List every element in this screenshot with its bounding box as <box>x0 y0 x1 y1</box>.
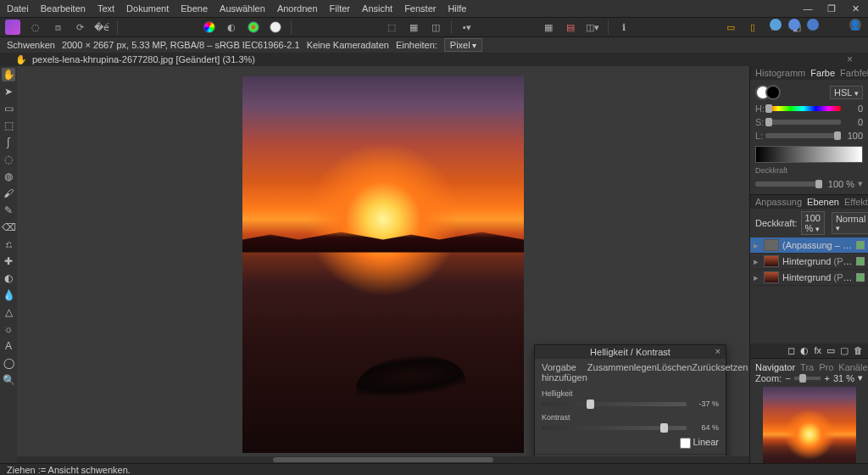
text-tool[interactable]: A <box>2 339 15 353</box>
zoom-in-icon[interactable]: + <box>824 373 829 383</box>
flood-tool[interactable]: ◌ <box>2 153 15 166</box>
sharpen-tool[interactable]: △ <box>2 305 15 319</box>
layer-group-icon[interactable]: ▭ <box>826 345 835 356</box>
context-units-dropdown[interactable]: Pixel ▾ <box>444 38 483 52</box>
account-icon[interactable]: 👤 <box>849 19 861 31</box>
linear-checkbox[interactable] <box>680 438 691 449</box>
layer-expand-icon[interactable]: ▸ <box>754 272 760 283</box>
heal-tool[interactable]: ✚ <box>2 254 15 268</box>
layer-blend-dropdown[interactable]: Normal ▾ <box>832 212 868 234</box>
window-restore[interactable]: ❐ <box>826 3 837 14</box>
crop-tool[interactable]: ▭ <box>2 102 15 115</box>
layer-row[interactable]: ▸Hintergrund (Pixel) <box>750 270 868 286</box>
contrast-slider[interactable] <box>542 426 687 430</box>
cube-icon[interactable]: ⧈ <box>51 20 64 34</box>
layer-visible-checkbox[interactable] <box>856 257 865 265</box>
persona-photo-icon[interactable] <box>770 19 782 31</box>
zoom-tool[interactable]: 🔍 <box>2 373 15 387</box>
align-icon[interactable]: ▯ <box>746 20 760 34</box>
dialog-titlebar[interactable]: Helligkeit / Kontrast × <box>535 345 726 359</box>
zoom-lock-icon[interactable]: ▾ <box>858 372 863 383</box>
hue-slider[interactable] <box>765 106 841 111</box>
marquee-tool[interactable]: ⬚ <box>2 119 15 132</box>
canvas-hscrollbar[interactable] <box>17 456 749 463</box>
dialog-reset[interactable]: Zurücksetzen <box>692 362 748 383</box>
quickmask-icon[interactable]: ▪▾ <box>460 20 474 34</box>
menu-ebene[interactable]: Ebene <box>181 3 208 14</box>
menu-ansicht[interactable]: Ansicht <box>362 3 392 14</box>
autocolor-icon[interactable] <box>247 20 260 34</box>
brush-tool[interactable]: 🖌 <box>2 187 15 200</box>
pencil-tool[interactable]: ✎ <box>2 204 15 217</box>
persona-liquify-icon[interactable] <box>788 19 800 31</box>
menu-dokument[interactable]: Dokument <box>126 3 169 14</box>
document-canvas[interactable] <box>242 76 524 453</box>
lasso-tool[interactable]: ʃ <box>2 136 15 149</box>
menu-datei[interactable]: Datei <box>7 3 29 14</box>
hand-tool[interactable]: ✋ <box>2 68 15 81</box>
layer-opacity-dropdown[interactable]: 100 % ▾ <box>801 211 825 235</box>
opacity-slider[interactable] <box>755 182 822 187</box>
dialog-add-preset[interactable]: Vorgabe hinzufügen <box>542 362 587 383</box>
tab-farbe[interactable]: Farbe <box>810 68 835 78</box>
tab-effekte[interactable]: Effekte <box>844 197 868 207</box>
document-tab[interactable]: pexels-lena-khrupina-2677280.jpg [Geände… <box>32 54 255 64</box>
snapping-icon[interactable]: ▦ <box>542 20 555 34</box>
menu-anordnen[interactable]: Anordnen <box>277 3 318 14</box>
eraser-tool[interactable]: ⌫ <box>2 221 15 234</box>
zoom-out-icon[interactable]: − <box>785 373 790 383</box>
tab-channels[interactable]: Kanäle <box>838 362 867 372</box>
document-tab-close[interactable]: × <box>847 53 853 65</box>
menu-filter[interactable]: Filter <box>330 3 350 14</box>
navigator-thumbnail[interactable] <box>763 387 856 475</box>
move-tool[interactable]: ➤ <box>2 85 15 98</box>
layer-delete-icon[interactable]: 🗑 <box>854 345 863 356</box>
menu-auswaehlen[interactable]: Auswählen <box>220 3 265 14</box>
autocontrast-icon[interactable]: ◐ <box>225 20 238 34</box>
zoom-slider[interactable] <box>794 377 821 380</box>
share-icon[interactable]: �ế <box>95 20 108 34</box>
lum-slider[interactable] <box>765 133 841 138</box>
gradient-tool[interactable]: ◍ <box>2 170 15 183</box>
layer-expand-icon[interactable]: ▸ <box>754 240 760 251</box>
window-close[interactable]: ✕ <box>849 3 861 14</box>
color-mode-dropdown[interactable]: HSL ▾ <box>830 86 863 99</box>
tab-ebenen[interactable]: Ebenen <box>807 197 839 207</box>
color-well-secondary[interactable] <box>765 85 781 100</box>
shape-tool[interactable]: ◯ <box>2 356 15 370</box>
tab-protocol[interactable]: Pro <box>819 362 833 372</box>
grid-icon[interactable]: ◫▾ <box>586 20 599 34</box>
dialog-close-icon[interactable]: × <box>715 346 721 356</box>
persona-develop-icon[interactable] <box>807 19 819 31</box>
layer-fx2-icon[interactable]: fx <box>814 345 821 356</box>
guides-icon[interactable]: ▤ <box>564 20 577 34</box>
brightness-slider[interactable] <box>542 402 687 406</box>
layer-expand-icon[interactable]: ▸ <box>754 256 760 267</box>
tab-farbfelder[interactable]: Farbfelder <box>840 68 868 78</box>
transform-icon[interactable]: ▦ <box>407 20 420 34</box>
tab-transform[interactable]: Tra <box>800 362 814 372</box>
layer-mask-icon[interactable]: ◻ <box>787 345 795 356</box>
opacity-lock-icon[interactable]: ▾ <box>858 178 863 189</box>
new-doc-icon[interactable]: ◌ <box>29 20 42 34</box>
assistant-icon[interactable]: ℹ <box>617 20 631 34</box>
patch-tool[interactable]: ◐ <box>2 271 15 285</box>
menu-hilfe[interactable]: Hilfe <box>448 3 466 14</box>
dialog-delete[interactable]: Löschen <box>657 362 693 383</box>
sync-icon[interactable]: ⟳ <box>73 20 86 34</box>
layer-row[interactable]: ▸Hintergrund (Pixel) <box>750 254 868 270</box>
menu-fenster[interactable]: Fenster <box>404 3 436 14</box>
autowb-icon[interactable] <box>269 20 282 34</box>
dialog-merge[interactable]: Zusammenlegen <box>587 362 657 383</box>
arrange-icon[interactable]: ▭ <box>724 20 737 34</box>
layer-row[interactable]: ▸(Anpassung – Helligkeit / Kon... <box>750 238 868 254</box>
sat-slider[interactable] <box>765 120 841 125</box>
menu-bearbeiten[interactable]: Bearbeiten <box>41 3 86 14</box>
layer-visible-checkbox[interactable] <box>856 241 865 249</box>
clone-tool[interactable]: ⎌ <box>2 238 15 251</box>
layer-add-icon[interactable]: ▢ <box>840 345 849 356</box>
tab-histogramm[interactable]: Histogramm <box>755 68 805 78</box>
gradient-preview[interactable] <box>755 146 863 163</box>
crop-toolbar-icon[interactable]: ◫ <box>429 20 442 34</box>
tab-anpassung[interactable]: Anpassung <box>755 197 802 207</box>
